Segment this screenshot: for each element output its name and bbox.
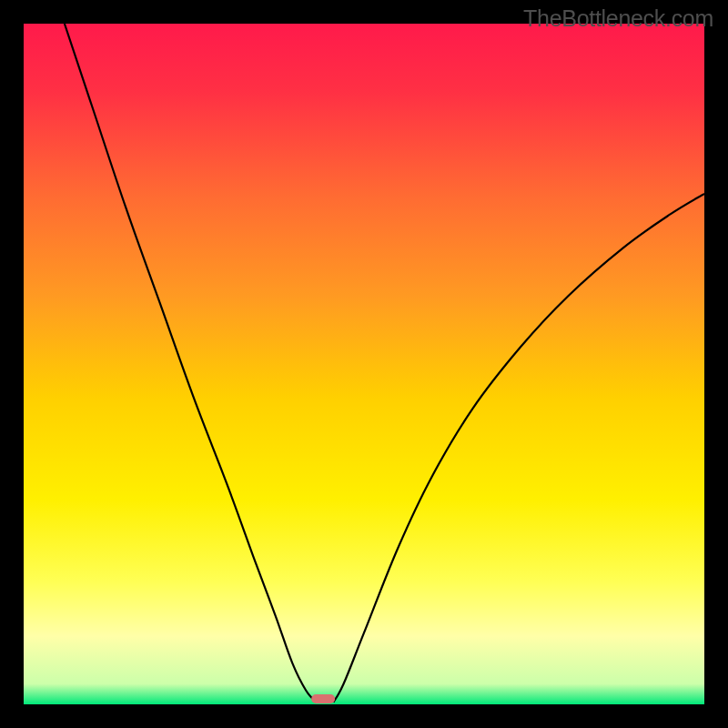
chart-plot-area <box>24 24 704 704</box>
watermark-text: TheBottleneck.com <box>523 5 713 32</box>
chart-svg <box>24 24 704 704</box>
gradient-background <box>24 24 704 704</box>
minimum-marker <box>311 694 335 703</box>
chart-container: TheBottleneck.com <box>0 0 728 728</box>
